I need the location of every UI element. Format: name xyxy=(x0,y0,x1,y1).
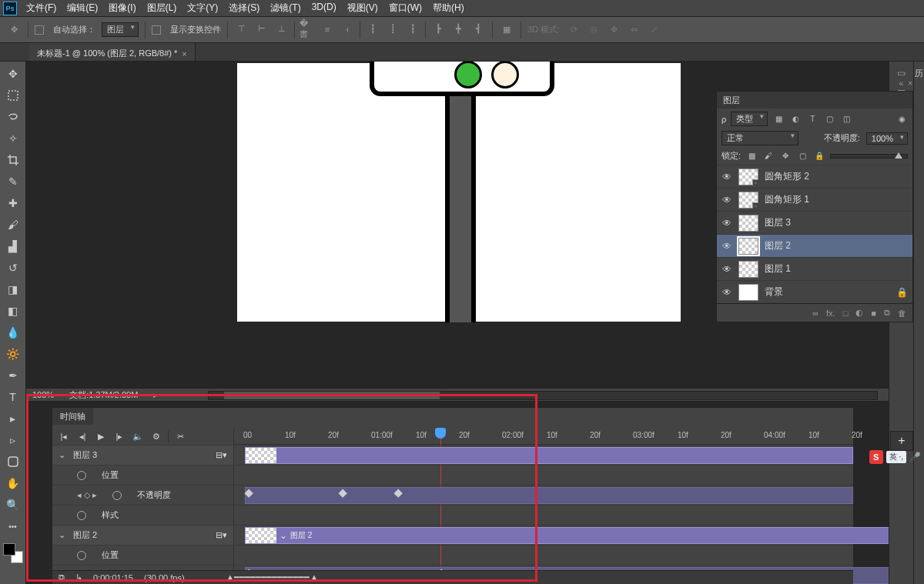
layer-track-options-1[interactable]: ⊟▾ xyxy=(216,450,227,460)
layer-thumb[interactable]: ▫ xyxy=(738,169,758,185)
fg-bg-swatch[interactable] xyxy=(3,543,23,563)
visibility-icon[interactable]: 👁 xyxy=(721,241,732,252)
ime-lang[interactable]: 英 ·, xyxy=(886,451,906,463)
align-right-icon[interactable]: ⫞ xyxy=(340,22,355,37)
align-top-icon[interactable]: ⊤ xyxy=(234,22,249,37)
menu-help[interactable]: 帮助(H) xyxy=(433,2,464,15)
history-brush-tool[interactable]: ↺ xyxy=(3,259,23,277)
pen-tool[interactable]: ✒ xyxy=(3,366,23,385)
auto-align-icon[interactable]: ▦ xyxy=(499,22,514,38)
layer-item[interactable]: 👁 ▫ 圆角矩形 2 xyxy=(717,165,912,188)
track-clip-2[interactable]: ⌄图层 2 xyxy=(234,525,853,545)
distribute-vcenter-icon[interactable]: ┋ xyxy=(385,22,400,37)
close-tab-icon[interactable]: × xyxy=(182,49,186,58)
filter-pixel-icon[interactable]: ▦ xyxy=(772,114,785,125)
filter-toggle-icon[interactable]: ◉ xyxy=(896,114,908,125)
layer-item[interactable]: 👁 背景 🔒 xyxy=(717,280,912,303)
distribute-hcenter-icon[interactable]: ╋ xyxy=(450,22,466,37)
distribute-top-icon[interactable]: ┇ xyxy=(365,22,380,37)
menu-view[interactable]: 视图(V) xyxy=(347,2,378,15)
mute-button[interactable]: 🔈 xyxy=(131,430,145,442)
layer-group-icon[interactable]: ■ xyxy=(871,309,876,318)
zoom-tool[interactable]: 🔍 xyxy=(3,496,23,514)
auto-select-target[interactable]: 图层 xyxy=(102,22,139,37)
direct-select-tool[interactable]: ▹ xyxy=(3,431,23,449)
new-layer-icon[interactable]: ⧉ xyxy=(884,308,890,318)
path-select-tool[interactable]: ▸ xyxy=(3,409,23,428)
visibility-icon[interactable]: 👁 xyxy=(721,218,732,229)
menu-layer[interactable]: 图层(L) xyxy=(147,2,177,15)
align-left-icon[interactable]: �書 xyxy=(300,22,315,37)
auto-select-checkbox[interactable] xyxy=(35,25,44,35)
distribute-right-icon[interactable]: ┫ xyxy=(470,22,486,37)
type-tool[interactable]: T xyxy=(3,388,23,406)
layer-thumb[interactable]: ▫ xyxy=(738,192,758,209)
zoom-value[interactable]: 100% xyxy=(32,390,54,399)
clone-stamp-tool[interactable]: ▟ xyxy=(3,237,23,255)
playhead[interactable] xyxy=(435,428,446,439)
document-tab[interactable]: 未标题-1 @ 100% (图层 2, RGB/8#) * × xyxy=(29,43,196,61)
show-transform-checkbox[interactable] xyxy=(152,25,161,35)
adjustment-layer-icon[interactable]: ◐ xyxy=(855,308,863,318)
filter-type-icon[interactable]: T xyxy=(806,114,819,125)
crop-tool[interactable] xyxy=(3,151,23,169)
timeline-layer-header-2[interactable]: ⌄ 图层 2 ⊟▾ xyxy=(52,525,233,545)
timeline-layer-header-1[interactable]: ⌄ 图层 3 ⊟▾ xyxy=(52,445,233,465)
visibility-icon[interactable]: 👁 xyxy=(721,195,732,205)
timeline-ruler[interactable]: 00 10f 20f 01:00f 10f 20f 02:00f 10f 20f… xyxy=(234,428,853,445)
layer-track-options-2[interactable]: ⊟▾ xyxy=(216,530,227,540)
layer-item[interactable]: 👁 ▫ 圆角矩形 1 xyxy=(717,188,912,211)
fill-slider[interactable] xyxy=(830,154,908,159)
first-frame-button[interactable]: |◂ xyxy=(57,430,71,442)
visibility-icon[interactable]: 👁 xyxy=(721,287,732,298)
panel-close-icon[interactable]: × xyxy=(908,79,912,88)
render-button[interactable]: ↳ xyxy=(75,572,82,582)
track-area[interactable]: ⌄图层 2 xyxy=(234,445,853,570)
distribute-left-icon[interactable]: ┣ xyxy=(430,22,446,37)
tl-prop-position-2[interactable]: 位置 xyxy=(52,545,233,565)
right-edge-tab[interactable]: 历 xyxy=(913,62,924,584)
tl-prop-style-1[interactable]: 样式 xyxy=(52,505,233,525)
shape-tool[interactable] xyxy=(3,452,23,471)
delete-layer-icon[interactable]: 🗑 xyxy=(898,309,906,318)
filter-shape-icon[interactable]: ▢ xyxy=(823,114,835,125)
move-tool[interactable]: ✥ xyxy=(3,65,23,83)
prev-frame-button[interactable]: ◂| xyxy=(75,430,89,442)
opacity-value[interactable]: 100% xyxy=(866,132,908,145)
split-clip-button[interactable]: ✂ xyxy=(173,430,187,442)
convert-frames-button[interactable]: ⧉ xyxy=(59,572,65,582)
layer-thumb[interactable] xyxy=(738,261,758,278)
timeline-settings-button[interactable]: ⚙ xyxy=(149,430,163,442)
menu-3d[interactable]: 3D(D) xyxy=(312,2,336,15)
lock-image-icon[interactable]: 🖌 xyxy=(762,151,775,162)
magic-wand-tool[interactable]: ✧ xyxy=(3,129,23,148)
visibility-icon[interactable]: 👁 xyxy=(721,172,732,182)
layer-thumb[interactable] xyxy=(738,238,758,255)
filter-smart-icon[interactable]: ◫ xyxy=(840,114,852,125)
link-layers-icon[interactable]: ∞ xyxy=(812,309,819,318)
tl-prop-position-1[interactable]: 位置 xyxy=(52,465,233,485)
hand-tool[interactable]: ✋ xyxy=(3,474,23,492)
edit-toolbar-icon[interactable]: ••• xyxy=(3,517,23,536)
stopwatch-icon[interactable] xyxy=(77,511,86,520)
menu-select[interactable]: 选择(S) xyxy=(229,2,259,15)
tl-prop-opacity-1[interactable]: ◂ ◇ ▸不透明度 xyxy=(52,485,233,505)
menu-filter[interactable]: 滤镜(T) xyxy=(270,2,300,15)
layer-item[interactable]: 👁 图层 3 xyxy=(717,211,912,234)
brush-tool[interactable]: 🖌 xyxy=(3,215,23,234)
stopwatch-icon[interactable] xyxy=(112,491,122,500)
blend-mode-select[interactable]: 正常 xyxy=(721,131,798,145)
ime-logo-icon[interactable]: S xyxy=(869,450,883,464)
track-opacity-1[interactable] xyxy=(234,485,853,505)
lasso-tool[interactable] xyxy=(3,108,23,126)
align-vcenter-icon[interactable]: ⊢ xyxy=(254,22,270,37)
menu-file[interactable]: 文件(F) xyxy=(26,2,56,15)
doc-size-info[interactable]: 文档:1.37M/2.00M xyxy=(69,389,138,401)
filter-adjust-icon[interactable]: ◐ xyxy=(789,114,802,125)
dodge-tool[interactable]: 🔆 xyxy=(3,345,23,363)
eyedropper-tool[interactable]: ✎ xyxy=(3,172,23,191)
caret-down-icon[interactable]: ⌄ xyxy=(59,450,65,460)
play-button[interactable]: ▶ xyxy=(94,430,108,442)
distribute-bottom-icon[interactable]: ┇ xyxy=(405,22,420,37)
lock-all-icon[interactable]: 🔒 xyxy=(813,151,825,162)
